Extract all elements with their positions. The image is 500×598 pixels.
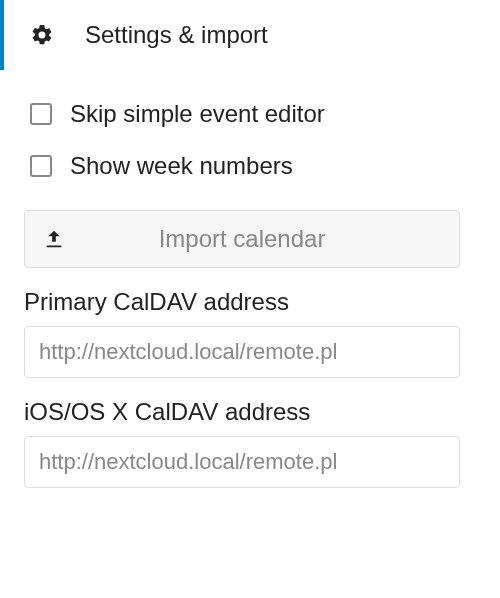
checkbox-icon [30, 155, 52, 177]
checkbox-label: Skip simple event editor [70, 100, 325, 128]
settings-header[interactable]: Settings & import [0, 0, 460, 70]
primary-caldav-label: Primary CalDAV address [24, 288, 460, 316]
show-week-numbers-checkbox[interactable]: Show week numbers [30, 152, 460, 180]
checkbox-label: Show week numbers [70, 152, 293, 180]
settings-panel: Settings & import Skip simple event edit… [0, 0, 500, 488]
settings-options: Skip simple event editor Show week numbe… [0, 100, 460, 180]
primary-caldav-block: Primary CalDAV address [24, 288, 460, 378]
upload-icon [43, 228, 79, 250]
ios-caldav-label: iOS/OS X CalDAV address [24, 398, 460, 426]
import-calendar-button[interactable]: Import calendar [24, 210, 460, 268]
settings-title: Settings & import [85, 21, 268, 49]
gear-icon [30, 23, 70, 47]
ios-caldav-block: iOS/OS X CalDAV address [24, 398, 460, 488]
import-row: Import calendar [24, 210, 460, 268]
ios-caldav-input[interactable] [24, 436, 460, 488]
active-indicator [0, 0, 4, 70]
checkbox-icon [30, 103, 52, 125]
primary-caldav-input[interactable] [24, 326, 460, 378]
import-button-label: Import calendar [79, 225, 441, 253]
skip-simple-editor-checkbox[interactable]: Skip simple event editor [30, 100, 460, 128]
